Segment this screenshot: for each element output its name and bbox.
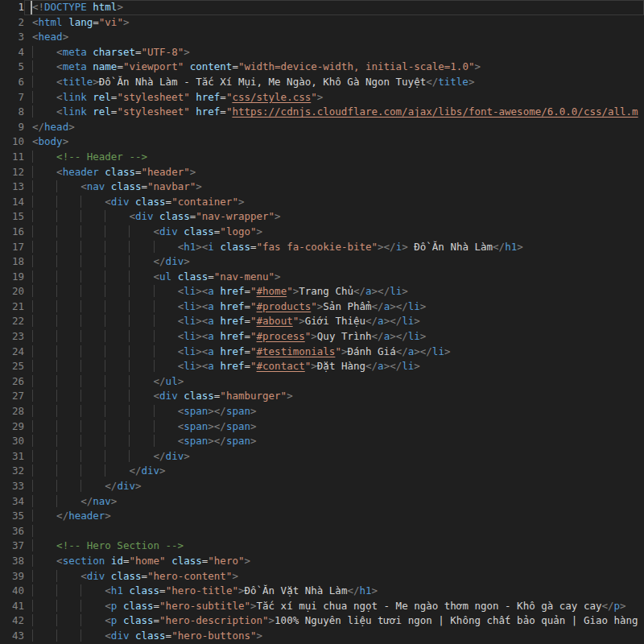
line-number[interactable]: 25	[0, 359, 24, 374]
line-number[interactable]: 33	[0, 479, 24, 494]
code-text[interactable]: <!-- Header -->	[24, 150, 644, 165]
line-number[interactable]: 37	[0, 539, 24, 554]
code-text[interactable]: <p class="hero-subtitle">Tắc xí mụi chua…	[24, 599, 644, 614]
code-line[interactable]: 38 <section id="home" class="hero">	[0, 554, 644, 569]
code-line[interactable]: 15 <div class="nav-wrapper">	[0, 209, 644, 225]
code-line[interactable]: 5 <meta name="viewport" content="width=d…	[0, 60, 644, 75]
code-text[interactable]: <ul class="nav-menu">	[24, 270, 644, 285]
code-line[interactable]: 2<html lang="vi">	[0, 15, 644, 31]
code-text[interactable]: <h1 class="hero-title">Đồ Ăn Vặt Nhà Làm…	[24, 584, 644, 599]
code-line[interactable]: 34 </nav>	[0, 494, 644, 510]
code-text[interactable]: <span></span>	[24, 404, 644, 419]
code-line[interactable]: 36	[0, 524, 644, 539]
code-line[interactable]: 8 <link rel="stylesheet" href="https://c…	[0, 105, 644, 120]
code-text[interactable]: <p class="hero-description">100% Nguyên …	[24, 613, 644, 629]
code-text[interactable]: <div class="nav-wrapper">	[24, 209, 644, 225]
line-number[interactable]: 22	[0, 314, 24, 329]
line-number[interactable]: 35	[0, 509, 24, 524]
line-number[interactable]: 34	[0, 494, 24, 510]
code-text[interactable]: <!-- Hero Section -->	[24, 539, 644, 554]
code-text[interactable]: <head>	[24, 30, 644, 45]
code-line[interactable]: 39 <div class="hero-content">	[0, 569, 644, 584]
line-number[interactable]: 5	[0, 60, 24, 75]
code-text[interactable]: <link rel="stylesheet" href="css/style.c…	[24, 90, 644, 105]
code-line[interactable]: 4 <meta charset="UTF-8">	[0, 45, 644, 60]
code-text[interactable]: <meta name="viewport" content="width=dev…	[24, 60, 644, 75]
line-number[interactable]: 2	[0, 15, 24, 31]
code-line[interactable]: 3<head>	[0, 30, 644, 45]
code-text[interactable]: <li><a href="#products">Sản Phẩm</a></li…	[24, 299, 644, 315]
code-text[interactable]: <html lang="vi">	[24, 15, 644, 31]
code-text[interactable]: <nav class="navbar">	[24, 180, 644, 195]
line-number[interactable]: 23	[0, 329, 24, 345]
code-line[interactable]: 18 </div>	[0, 254, 644, 270]
line-number[interactable]: 11	[0, 150, 24, 165]
code-text[interactable]: <!DOCTYPE html>	[24, 0, 644, 15]
code-text[interactable]: </div>	[24, 479, 644, 494]
line-number[interactable]: 13	[0, 180, 24, 195]
code-line[interactable]: 27 <div class="hamburger">	[0, 389, 644, 404]
line-number[interactable]: 28	[0, 404, 24, 419]
code-text[interactable]: <li><a href="#contact">Đặt Hàng</a></li>	[24, 359, 644, 374]
code-text[interactable]: </div>	[24, 464, 644, 479]
line-number[interactable]: 9	[0, 120, 24, 135]
code-line[interactable]: 24 <li><a href="#testimonials">Đánh Giá<…	[0, 345, 644, 360]
code-line[interactable]: 26 </ul>	[0, 374, 644, 390]
code-text[interactable]: <li><a href="#process">Quy Trình</a></li…	[24, 329, 644, 345]
code-text[interactable]: <link rel="stylesheet" href="https://cdn…	[24, 105, 644, 120]
line-number[interactable]: 20	[0, 284, 24, 299]
code-line[interactable]: 31 </div>	[0, 449, 644, 464]
code-line[interactable]: 40 <h1 class="hero-title">Đồ Ăn Vặt Nhà …	[0, 584, 644, 599]
code-line[interactable]: 43 <div class="hero-buttons">	[0, 629, 644, 644]
line-number[interactable]: 6	[0, 75, 24, 90]
line-number[interactable]: 31	[0, 449, 24, 464]
code-line[interactable]: 23 <li><a href="#process">Quy Trình</a><…	[0, 329, 644, 345]
code-line[interactable]: 42 <p class="hero-description">100% Nguy…	[0, 613, 644, 629]
code-text[interactable]: <li><a href="#about">Giới Thiệu</a></li>	[24, 314, 644, 329]
code-line[interactable]: 20 <li><a href="#home">Trang Chủ</a></li…	[0, 284, 644, 299]
line-number[interactable]: 18	[0, 254, 24, 270]
line-number[interactable]: 43	[0, 629, 24, 644]
line-number[interactable]: 32	[0, 464, 24, 479]
code-text[interactable]: <title>Đồ Ăn Nhà Làm - Tắc Xí Mụi, Me Ng…	[24, 75, 644, 90]
line-number[interactable]: 26	[0, 374, 24, 390]
code-text[interactable]: <span></span>	[24, 419, 644, 435]
code-text[interactable]: </ul>	[24, 374, 644, 390]
code-text[interactable]: <div class="logo">	[24, 225, 644, 240]
code-text[interactable]: </head>	[24, 120, 644, 135]
code-text[interactable]: <div class="container">	[24, 195, 644, 210]
code-text[interactable]: </header>	[24, 509, 644, 524]
line-number[interactable]: 19	[0, 270, 24, 285]
line-number[interactable]: 39	[0, 569, 24, 584]
line-number[interactable]: 24	[0, 345, 24, 360]
code-area[interactable]: 1<!DOCTYPE html>2<html lang="vi">3<head>…	[0, 0, 644, 644]
line-number[interactable]: 29	[0, 419, 24, 435]
line-number[interactable]: 12	[0, 165, 24, 180]
line-number[interactable]: 4	[0, 45, 24, 60]
code-line[interactable]: 37 <!-- Hero Section -->	[0, 539, 644, 554]
line-number[interactable]: 40	[0, 584, 24, 599]
code-line[interactable]: 21 <li><a href="#products">Sản Phẩm</a><…	[0, 299, 644, 315]
code-text[interactable]: <span></span>	[24, 434, 644, 449]
code-text[interactable]: <div class="hamburger">	[24, 389, 644, 404]
code-line[interactable]: 29 <span></span>	[0, 419, 644, 435]
code-text[interactable]: </div>	[24, 449, 644, 464]
line-number[interactable]: 17	[0, 240, 24, 255]
code-line[interactable]: 30 <span></span>	[0, 434, 644, 449]
line-number[interactable]: 38	[0, 554, 24, 569]
code-line[interactable]: 35 </header>	[0, 509, 644, 524]
line-number[interactable]: 3	[0, 30, 24, 45]
code-text[interactable]: <body>	[24, 134, 644, 150]
code-line[interactable]: 7 <link rel="stylesheet" href="css/style…	[0, 90, 644, 105]
code-line[interactable]: 28 <span></span>	[0, 404, 644, 419]
line-number[interactable]: 1	[0, 0, 24, 15]
line-number[interactable]: 7	[0, 90, 24, 105]
code-line[interactable]: 19 <ul class="nav-menu">	[0, 270, 644, 285]
code-text[interactable]: </div>	[24, 254, 644, 270]
code-line[interactable]: 14 <div class="container">	[0, 195, 644, 210]
line-number[interactable]: 10	[0, 134, 24, 150]
code-line[interactable]: 1<!DOCTYPE html>	[0, 0, 644, 15]
line-number[interactable]: 36	[0, 524, 24, 539]
line-number[interactable]: 41	[0, 599, 24, 614]
line-number[interactable]: 42	[0, 613, 24, 629]
